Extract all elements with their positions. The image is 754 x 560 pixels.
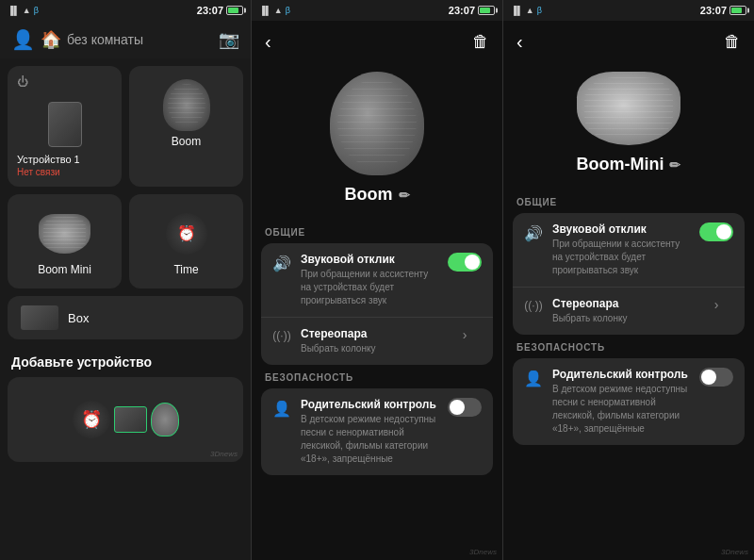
stereo-chevron-mid[interactable]: › [448, 327, 482, 342]
middle-panel: ▐▌ ▲ β 23:07 ‹ 🗑 Boom ✏ ОБЩИЕ 🔊 Звуковой… [252, 0, 503, 560]
toggle-parental-right[interactable] [699, 368, 733, 387]
device-card-box[interactable]: Box [8, 296, 243, 339]
boom-mini-hero-name: Boom-Mini ✏ [577, 155, 681, 174]
boom-hero: Boom ✏ [252, 62, 502, 220]
back-button-right[interactable]: ‹ [516, 31, 523, 53]
parental-item-mid: 👤 Родительский контроль В детском режиме… [261, 388, 493, 475]
sound-response-title-right: Звуковой отклик [552, 222, 690, 236]
stereo-icon-right: ((·)) [524, 299, 543, 312]
stereo-content-mid: Стереопара Выбрать колонку [301, 327, 438, 355]
stereo-icon-mid: ((·)) [272, 329, 291, 342]
device-card-time[interactable]: ⏰ Time [129, 194, 243, 288]
boom-hero-name: Boom ✏ [345, 185, 410, 205]
banner-speaker-icon [151, 403, 179, 436]
device-card-1-top: ⏻ [17, 75, 112, 89]
banner-box-icon [114, 406, 147, 433]
time-name: Time [139, 263, 234, 276]
parental-toggle-mid[interactable] [448, 398, 482, 417]
sim-icon-right: ▐▌ [511, 6, 523, 15]
battery-icon-left [226, 6, 243, 15]
parental-title-mid: Родительский контроль [301, 398, 438, 411]
status-bar-mid: ▐▌ ▲ β 23:07 [252, 0, 502, 21]
edit-icon-mid[interactable]: ✏ [399, 188, 410, 203]
room-title: без комнаты [67, 32, 143, 47]
add-device-banner[interactable]: ⏰ 3Dnews [8, 377, 243, 462]
toggle-sound-mid[interactable] [448, 253, 482, 272]
speaker-icon-mid: 🔊 [272, 255, 291, 272]
wifi-icon-mid: ▲ [274, 6, 283, 15]
sound-response-desc-right: При обращении к ассистенту на устройства… [552, 238, 690, 277]
status-bar-left: ▐▌ ▲ β 23:07 [0, 0, 251, 21]
watermark-right: 3Dnews [721, 548, 748, 556]
speaker-icon-right: 🔊 [524, 224, 543, 242]
status-icons-right: ▐▌ ▲ β [511, 6, 542, 15]
status-right-right: 23:07 [700, 5, 746, 16]
back-button-mid[interactable]: ‹ [265, 31, 271, 53]
home-icon[interactable]: 🏠 [41, 29, 61, 50]
bt-icon-mid: β [286, 6, 290, 15]
wifi-icon-right: ▲ [526, 6, 534, 15]
box-img [21, 305, 58, 330]
parental-content-mid: Родительский контроль В детском режиме н… [301, 398, 438, 466]
boom-settings-scroll[interactable]: ОБЩИЕ 🔊 Звуковой отклик При обращении к … [252, 220, 502, 560]
boom-mini-hero-img [577, 72, 680, 145]
bt-icon-right: β [537, 6, 542, 15]
sim-icon-mid: ▐▌ [259, 6, 271, 15]
box-name: Box [68, 311, 230, 325]
time-mid: 23:07 [449, 5, 475, 16]
device1-name: Устройство 1 [17, 154, 112, 165]
sound-response-content-mid: Звуковой отклик При обращении к ассистен… [301, 253, 438, 307]
mid-panel-header: ‹ 🗑 [252, 21, 502, 62]
boom-mini-img [37, 207, 93, 259]
parental-item-right: 👤 Родительский контроль В детском режиме… [513, 358, 745, 445]
wifi-icon: ▲ [23, 6, 31, 15]
sound-response-content-right: Звуковой отклик При обращении к ассистен… [552, 222, 690, 277]
time-img: ⏰ [158, 207, 215, 259]
device1-img [37, 98, 93, 150]
add-device-section: Добавьте устройство ⏰ 3Dnews [0, 347, 251, 469]
power-btn-1[interactable]: ⏻ [17, 75, 28, 89]
toggle-sound-right[interactable] [699, 222, 733, 241]
trash-button-right[interactable]: 🗑 [724, 32, 741, 52]
parental-desc-right: В детском режиме недоступны песни с нено… [552, 383, 690, 436]
stereo-item-right[interactable]: ((·)) Стереопара Выбрать колонку › [513, 288, 745, 335]
battery-icon-mid [478, 6, 495, 15]
device-card-boom[interactable]: Boom [129, 66, 243, 187]
parental-content-right: Родительский контроль В детском режиме н… [552, 368, 690, 436]
edit-icon-right[interactable]: ✏ [669, 157, 680, 173]
sound-response-toggle-right[interactable] [699, 222, 733, 241]
banner-clock-icon: ⏰ [73, 401, 110, 438]
sound-response-item-right: 🔊 Звуковой отклик При обращении к ассист… [513, 213, 745, 288]
stereo-chevron-right[interactable]: › [699, 297, 733, 312]
box-section: Box [0, 296, 251, 347]
sim-icon: ▐▌ [8, 6, 20, 15]
status-bar-right: ▐▌ ▲ β 23:07 [503, 0, 754, 21]
stereo-title-right: Стереопара [552, 297, 690, 310]
boom-mini-settings-scroll[interactable]: ОБЩИЕ 🔊 Звуковой отклик При обращении к … [503, 189, 754, 560]
stereo-title-mid: Стереопара [301, 327, 438, 340]
camera-icon[interactable]: 📷 [219, 29, 239, 50]
header-title-group: 👤 🏠 без комнаты [11, 28, 143, 51]
security-card-right: 👤 Родительский контроль В детском режиме… [513, 358, 745, 445]
trash-button-mid[interactable]: 🗑 [472, 32, 489, 52]
left-header: 👤 🏠 без комнаты 📷 [0, 21, 251, 58]
status-right-mid: 23:07 [449, 5, 495, 16]
right-panel-header: ‹ 🗑 [503, 21, 754, 62]
device-card-1[interactable]: ⏻ Устройство 1 Нет связи [8, 66, 122, 187]
general-card-right: 🔊 Звуковой отклик При обращении к ассист… [513, 213, 745, 335]
status-right-left: 23:07 [197, 5, 243, 16]
battery-icon-right [729, 6, 746, 15]
device-grid: ⏻ Устройство 1 Нет связи Boom Boom Mini [0, 58, 251, 296]
time-left: 23:07 [197, 5, 223, 16]
left-panel: ▐▌ ▲ β 23:07 👤 🏠 без комнаты 📷 ⏻ Устройс… [0, 0, 252, 560]
banner-content: ⏰ [73, 401, 179, 438]
parental-toggle-right[interactable] [699, 368, 733, 387]
sound-response-toggle-mid[interactable] [448, 253, 482, 272]
toggle-parental-mid[interactable] [448, 398, 482, 417]
security-label-mid: БЕЗОПАСНОСТЬ [265, 372, 493, 383]
device-card-boom-mini[interactable]: Boom Mini [8, 194, 122, 288]
person-icon: 👤 [11, 28, 35, 51]
parental-desc-mid: В детском режиме недоступны песни с нено… [301, 413, 438, 466]
boom-hero-img [330, 72, 424, 175]
stereo-item-mid[interactable]: ((·)) Стереопара Выбрать колонку › [261, 318, 493, 365]
